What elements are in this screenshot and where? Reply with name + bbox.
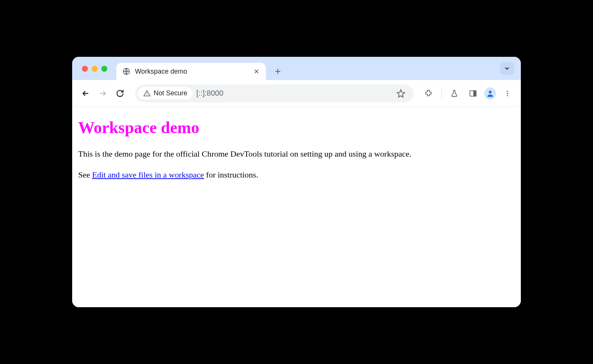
reload-button[interactable]	[113, 86, 127, 101]
side-panel-button[interactable]	[466, 86, 480, 101]
extensions-button[interactable]	[421, 86, 436, 101]
page-paragraph-intro: This is the demo page for the official C…	[78, 148, 515, 160]
window-controls	[82, 66, 107, 72]
tab-search-button[interactable]	[500, 62, 514, 75]
security-chip[interactable]: Not Secure	[138, 87, 193, 99]
browser-toolbar: Not Secure [::]:8000	[72, 80, 521, 107]
labs-button[interactable]	[447, 86, 462, 101]
bookmark-button[interactable]	[394, 87, 408, 100]
page-paragraph-see: See Edit and save files in a workspace f…	[78, 169, 515, 181]
tutorial-link[interactable]: Edit and save files in a workspace	[92, 170, 204, 179]
page-heading: Workspace demo	[78, 118, 515, 137]
svg-point-6	[507, 95, 508, 96]
address-bar[interactable]: Not Secure [::]:8000	[135, 84, 414, 102]
tab-strip: Workspace demo	[72, 57, 521, 80]
close-window-button[interactable]	[82, 66, 88, 72]
svg-point-5	[507, 93, 508, 94]
url-text: [::]:8000	[196, 89, 390, 98]
minimize-window-button[interactable]	[92, 66, 98, 72]
browser-tab[interactable]: Workspace demo	[116, 63, 266, 80]
svg-point-4	[507, 90, 508, 92]
maximize-window-button[interactable]	[101, 66, 107, 72]
see-prefix: See	[78, 170, 92, 179]
page-content: Workspace demo This is the demo page for…	[72, 107, 521, 307]
warning-icon	[143, 90, 151, 97]
toolbar-divider	[441, 88, 442, 99]
tab-title: Workspace demo	[135, 68, 249, 75]
svg-rect-2	[474, 90, 476, 96]
forward-button[interactable]	[95, 86, 110, 101]
see-suffix: for instructions.	[204, 170, 258, 179]
security-label: Not Secure	[154, 89, 187, 97]
close-tab-button[interactable]	[253, 68, 260, 75]
toolbar-right	[421, 86, 515, 101]
new-tab-button[interactable]	[271, 65, 285, 78]
back-button[interactable]	[78, 86, 93, 101]
browser-window: Workspace demo	[72, 57, 521, 307]
svg-point-3	[489, 90, 491, 93]
profile-button[interactable]	[484, 87, 496, 99]
globe-icon	[122, 67, 130, 75]
menu-button[interactable]	[500, 86, 515, 101]
